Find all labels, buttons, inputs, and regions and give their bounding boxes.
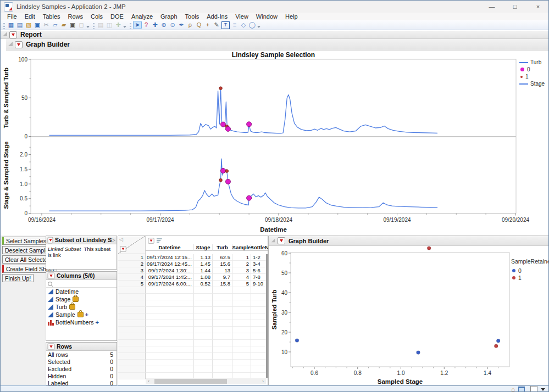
table-cell[interactable]: 09/17/2024 1:45:... (146, 274, 194, 281)
scroll-thumb[interactable] (154, 379, 227, 384)
table-cell[interactable] (232, 327, 251, 333)
table-cell[interactable] (232, 313, 251, 320)
maximize-button[interactable]: □ (503, 1, 526, 13)
table-cell[interactable] (146, 333, 194, 340)
table-row[interactable] (118, 320, 268, 327)
script-window-icon[interactable]: ▣ (68, 21, 77, 29)
menu-cols[interactable]: Cols (87, 13, 107, 20)
legend-item-turb[interactable]: Turb (519, 59, 549, 66)
column-header-stage[interactable]: Stage (194, 244, 213, 251)
table-cell[interactable] (232, 333, 251, 340)
scroll-right-arrow[interactable]: › (260, 378, 266, 384)
timeseries-chart[interactable]: 050100Turb & Sampled Turb00.51.01.52.0St… (1, 51, 549, 236)
table-cell[interactable] (194, 287, 213, 294)
row-number-cell[interactable] (118, 320, 146, 327)
table-cell[interactable] (194, 307, 213, 313)
table-row[interactable]: 309/17/2024 1:30:...1.441335-6 (118, 267, 268, 274)
table-cell[interactable] (213, 360, 232, 366)
selection-box-icon[interactable] (530, 386, 537, 392)
table-row[interactable]: 209/17/2024 12:45...1.4515.623-4 (118, 261, 268, 267)
columns-search-input[interactable] (46, 280, 117, 288)
table-cell[interactable] (146, 294, 194, 300)
magnifier-tool-icon[interactable]: Q (195, 21, 203, 29)
column-item-turb[interactable]: Turb (46, 303, 117, 311)
table-cell[interactable] (194, 294, 213, 300)
menu-help[interactable]: Help (281, 13, 302, 20)
menu-file[interactable]: File (3, 13, 21, 20)
table-cell[interactable]: 1 (232, 254, 251, 261)
table-cell[interactable] (194, 353, 213, 360)
row-number-cell[interactable] (118, 333, 146, 340)
table-cell[interactable] (232, 340, 251, 346)
table-cell[interactable] (213, 307, 232, 313)
row-number-cell[interactable] (118, 353, 146, 360)
close-button[interactable]: × (526, 1, 549, 13)
save-icon[interactable]: ▣ (33, 21, 42, 29)
table-row[interactable] (118, 307, 268, 313)
subset-red-triangle-icon[interactable] (48, 237, 53, 243)
add-rows-icon[interactable]: ✚ (114, 21, 123, 29)
open-icon[interactable]: ▧ (24, 21, 33, 29)
polygon-annotation-icon[interactable]: ◇ (239, 21, 248, 29)
table-cell[interactable] (213, 346, 232, 353)
table-cell[interactable] (213, 294, 232, 300)
table-cell[interactable]: 3 (232, 267, 251, 274)
table-cell[interactable] (232, 294, 251, 300)
table-cell[interactable] (232, 366, 251, 373)
menu-edit[interactable]: Edit (21, 13, 39, 20)
table-cell[interactable]: 2 (232, 261, 251, 267)
graph-builder-red-triangle-icon[interactable] (15, 41, 23, 48)
table-cell[interactable]: 9.7 (213, 274, 232, 281)
rows-red-triangle-icon[interactable] (48, 343, 55, 350)
move-tool-icon[interactable]: ✚ (151, 21, 159, 29)
table-cell[interactable]: 1.44 (194, 267, 213, 274)
table-cell[interactable] (194, 333, 213, 340)
table-cell[interactable] (213, 353, 232, 360)
table-cell[interactable]: 09/17/2024 12:45... (146, 261, 194, 267)
dock-left-icon[interactable]: ◁ (119, 237, 123, 242)
columns-viewer-icon[interactable]: ◫ (105, 21, 114, 29)
grabber-tool-icon[interactable]: ⊙ (168, 21, 177, 29)
finish-up-button[interactable]: Finish Up! (2, 274, 34, 282)
crosshair-tool-icon[interactable]: ⊕ (159, 21, 168, 29)
table-row[interactable] (118, 353, 268, 360)
help-tool-icon[interactable]: ? (142, 21, 151, 29)
table-row[interactable] (118, 294, 268, 300)
row-number-cell[interactable] (118, 366, 146, 373)
table-cell[interactable] (213, 333, 232, 340)
menu-doe[interactable]: DOE (107, 13, 127, 20)
row-number-cell[interactable] (118, 346, 146, 353)
table-cell[interactable] (232, 320, 251, 327)
menu-window[interactable]: Window (252, 13, 281, 20)
stage-line[interactable] (49, 159, 438, 211)
table-cell[interactable] (213, 313, 232, 320)
toolbar-overflow-caret[interactable] (257, 26, 260, 28)
oval-annotation-icon[interactable]: ◯ (248, 21, 257, 29)
toolbar-overflow-caret[interactable] (123, 26, 126, 28)
menu-tables[interactable]: Tables (39, 13, 64, 20)
line-annotation-icon[interactable]: ≡ (230, 21, 239, 29)
minimize-button[interactable]: — (480, 1, 503, 13)
table-cell[interactable] (213, 287, 232, 294)
table-cell[interactable] (146, 353, 194, 360)
row-number-cell[interactable] (118, 300, 146, 307)
table-cell[interactable]: 09/17/2024 6:00:... (146, 281, 194, 287)
table-cell[interactable] (194, 320, 213, 327)
select-samples-button[interactable]: Select Samples (2, 237, 49, 245)
table-cell[interactable] (232, 287, 251, 294)
scatter-point[interactable] (496, 339, 500, 343)
row-number-cell[interactable] (118, 313, 146, 320)
table-row[interactable]: 409/17/2024 1:45:...1.089.747-8 (118, 274, 268, 281)
column-item-bottlenumbers[interactable]: BottleNumbers+ (46, 318, 117, 326)
sample-marker[interactable] (225, 179, 230, 184)
graph-builder-disclosure-icon[interactable] (8, 42, 13, 46)
sample-marker[interactable] (220, 168, 225, 173)
lock-icon[interactable]: ◻ (77, 21, 86, 29)
scatter-chart[interactable]: 1020304050600.60.81.01.21.4Sampled TurbS… (269, 246, 549, 385)
row-number-cell[interactable] (118, 287, 146, 294)
column-header-sample[interactable]: Sample (232, 244, 251, 251)
table-cell[interactable] (232, 300, 251, 307)
scatter-point[interactable] (494, 344, 498, 348)
table-cell[interactable]: 1.13 (194, 254, 213, 261)
column-header-bottlen[interactable]: BottleN (251, 244, 268, 251)
